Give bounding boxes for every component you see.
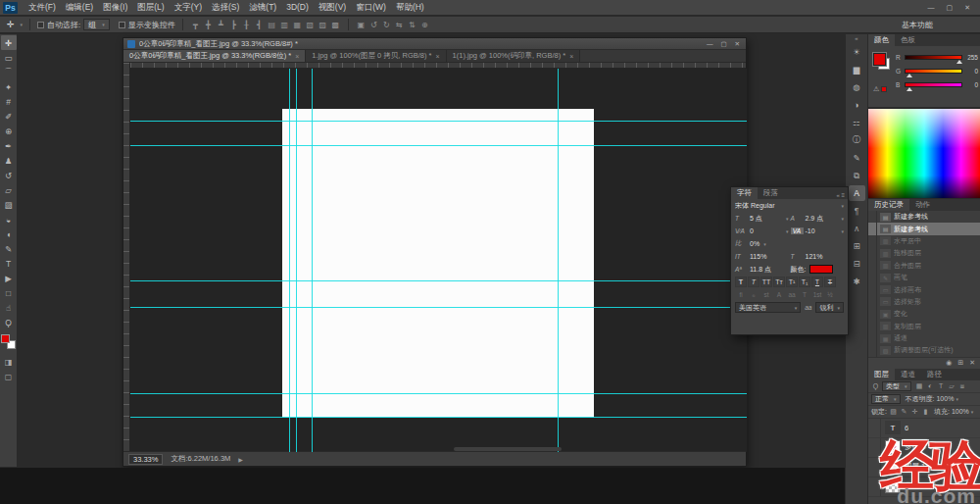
show-transform-checkbox[interactable] <box>119 22 125 28</box>
pixel-layer-filter-icon[interactable]: ▦ <box>915 382 924 390</box>
character-panel-icon[interactable]: A <box>849 185 865 201</box>
distribute-horizontal-centers-icon[interactable]: ▨ <box>318 21 328 29</box>
menu-item[interactable]: 文字(Y) <box>170 2 207 14</box>
history-step[interactable]: ✎ 画笔 <box>868 272 980 283</box>
menu-item[interactable]: 图层(L) <box>132 2 169 14</box>
layer-name[interactable]: 6 <box>905 424 908 432</box>
type-layer-filter-icon[interactable]: T <box>937 382 946 390</box>
opentype-feature-button[interactable]: fi <box>735 290 747 300</box>
camera-raw-panel-icon[interactable]: ◍ <box>849 79 865 95</box>
doc-close-button[interactable]: ✕ <box>735 40 740 48</box>
timeline-panel-icon[interactable]: ⊟ <box>849 256 865 272</box>
menu-item[interactable]: 3D(D) <box>281 2 314 14</box>
vertical-ruler[interactable] <box>123 63 130 452</box>
layer-thumbnail[interactable] <box>885 479 901 493</box>
auto-select-dropdown[interactable]: 组 ▾ <box>83 19 110 30</box>
smart-object-filter-icon[interactable]: ⧈ <box>958 382 967 390</box>
status-options-arrow-icon[interactable]: ▶ <box>238 456 243 463</box>
type-style-button[interactable]: T <box>811 277 823 287</box>
guide-vertical[interactable] <box>312 69 313 452</box>
visibility-toggle[interactable] <box>870 419 881 437</box>
menu-item[interactable]: 滤镜(T) <box>244 2 281 14</box>
navigator-panel-icon[interactable]: ◑ <box>849 97 865 113</box>
character-styles-panel-icon[interactable]: ʌ <box>849 221 865 236</box>
canvas-image[interactable] <box>282 109 594 418</box>
distribute-bottom-edges-icon[interactable]: ▦ <box>292 21 303 29</box>
3d-rotate-icon[interactable]: ↺ <box>368 21 379 29</box>
history-step[interactable]: ▥ 复制图层 <box>868 321 980 332</box>
pen-tool[interactable]: ✎ <box>1 241 17 256</box>
properties-panel-icon[interactable]: ✱ <box>849 274 865 289</box>
type-style-button[interactable]: T¹ <box>786 277 798 287</box>
layer-thumbnail[interactable] <box>885 460 901 474</box>
history-source-checkbox[interactable] <box>870 247 877 259</box>
history-source-checkbox[interactable] <box>870 223 877 234</box>
menu-item[interactable]: 图像(I) <box>98 2 132 14</box>
tab-character[interactable]: 字符 <box>731 187 758 199</box>
adjustments-panel-icon[interactable]: ☀ <box>849 44 865 60</box>
doc-restore-button[interactable]: ▢ <box>720 40 726 48</box>
visibility-toggle[interactable] <box>870 478 881 496</box>
3d-scale-icon[interactable]: ⊕ <box>419 21 430 29</box>
minimize-button[interactable]: — <box>928 4 935 12</box>
opentype-feature-button[interactable]: T <box>799 290 810 300</box>
history-step[interactable]: ▥ 合并图层 <box>868 260 980 272</box>
screen-mode-button[interactable]: ▢ <box>5 373 13 381</box>
zoom-level-field[interactable]: 33.33% <box>128 454 163 465</box>
guide-vertical[interactable] <box>558 69 559 452</box>
tool-preset-caret-icon[interactable]: ▾ <box>21 22 24 27</box>
3d-pan-icon[interactable]: ⇆ <box>394 21 405 29</box>
collapse-dock-icon[interactable]: « <box>846 34 867 42</box>
3d-roll-icon[interactable]: ↻ <box>381 21 392 29</box>
menu-item[interactable]: 编辑(E) <box>61 2 98 14</box>
opentype-feature-button[interactable]: aa <box>786 290 798 300</box>
lock-image-icon[interactable]: ✎ <box>900 408 908 416</box>
history-source-checkbox[interactable] <box>870 332 877 344</box>
gradient-tool[interactable]: ▨ <box>1 197 17 212</box>
tab-channels[interactable]: 通道 <box>895 369 921 380</box>
document-title-bar[interactable]: 0公章0码印章精_看图王.jpg @ 33.3%(RGB/8#) * —▢✕ <box>123 38 746 50</box>
proportional-spacing-value[interactable]: 0% <box>750 240 760 247</box>
menu-item[interactable]: 帮助(H) <box>391 2 429 14</box>
type-style-button[interactable]: T <box>824 277 836 287</box>
layer-filter-dropdown[interactable]: 类型 ▾ <box>882 381 911 391</box>
lock-position-icon[interactable]: ✛ <box>910 408 919 416</box>
antialias-dropdown[interactable]: 锐利 ▾ <box>815 302 844 313</box>
brush-presets-panel-icon[interactable]: ✎ <box>849 150 865 166</box>
layer-row[interactable]: 图层 1 <box>868 458 980 478</box>
path-selection-tool[interactable]: ▶ <box>1 271 17 285</box>
history-source-checkbox[interactable] <box>870 296 877 308</box>
chevron-down-icon[interactable]: ▾ <box>763 241 766 247</box>
histogram-panel-icon[interactable]: ▆ <box>849 62 865 77</box>
horizontal-scrollbar[interactable] <box>454 447 562 451</box>
chevron-down-icon[interactable]: ▾ <box>841 216 844 222</box>
paragraph-styles-panel-icon[interactable]: ⊞ <box>849 238 865 254</box>
guide-vertical[interactable] <box>296 69 297 452</box>
menu-item[interactable]: 窗口(W) <box>351 2 391 14</box>
type-style-button[interactable]: TT <box>760 277 772 287</box>
leading-value[interactable]: 2.9 点 <box>806 214 824 224</box>
fill-value[interactable]: 100% <box>952 408 969 415</box>
kerning-value[interactable]: 0 <box>750 227 754 234</box>
type-style-button[interactable]: Tᴛ <box>773 277 785 287</box>
layer-thumbnail[interactable]: T <box>885 421 901 434</box>
marquee-tool[interactable]: ▭ <box>1 50 17 65</box>
history-step[interactable]: ▣ 变化 <box>868 308 980 320</box>
tab-close-icon[interactable]: × <box>569 53 573 60</box>
opacity-value[interactable]: 100% <box>936 395 954 402</box>
info-panel-icon[interactable]: ⓘ <box>849 132 865 148</box>
opentype-feature-button[interactable]: ½ <box>824 290 836 300</box>
channel-value[interactable]: 255 <box>965 54 978 61</box>
document-tab[interactable]: 1.jpg @ 100%(图层 0 拷贝, RGB/8) * × <box>306 50 446 62</box>
layer-name[interactable]: 图层 1 <box>905 462 925 472</box>
tab-paths[interactable]: 路径 <box>921 369 948 380</box>
history-source-checkbox[interactable] <box>870 211 877 223</box>
visibility-toggle[interactable] <box>870 438 881 457</box>
quick-selection-tool[interactable]: ✦ <box>1 79 17 94</box>
tab-swatches[interactable]: 色板 <box>895 34 921 46</box>
opentype-feature-button[interactable]: 1st <box>811 290 823 300</box>
history-step[interactable]: ▦ 通道 <box>868 332 980 344</box>
align-bottom-edges-icon[interactable]: ┻ <box>216 21 226 29</box>
guide-horizontal[interactable] <box>130 417 747 418</box>
opentype-feature-button[interactable]: st <box>760 290 772 300</box>
